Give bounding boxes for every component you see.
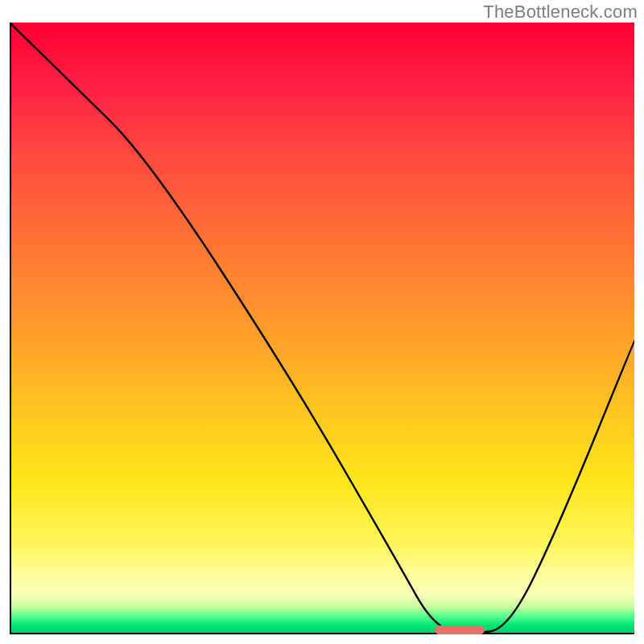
chart-container: TheBottleneck.com	[0, 0, 644, 644]
bottleneck-curve	[10, 23, 634, 634]
plot-area	[10, 23, 634, 634]
watermark-text: TheBottleneck.com	[483, 2, 638, 23]
target-marker	[435, 625, 485, 634]
